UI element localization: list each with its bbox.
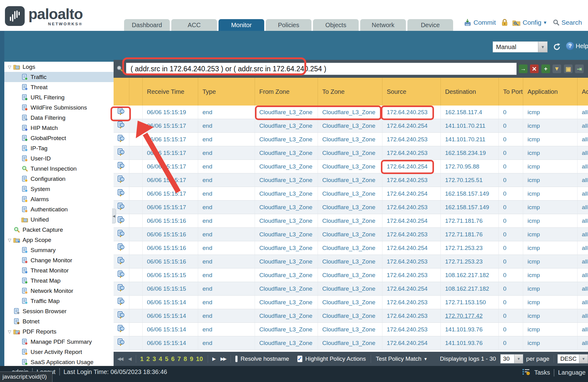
- page-number-5[interactable]: 5: [165, 355, 168, 363]
- sidebar-item-user-activity-report[interactable]: User Activity Report: [4, 347, 114, 357]
- log-detail-icon[interactable]: [117, 325, 125, 334]
- tab-device[interactable]: Device: [407, 19, 453, 31]
- log-detail-icon[interactable]: [117, 230, 125, 239]
- log-detail-icon[interactable]: [117, 175, 125, 185]
- page-number-2[interactable]: 2: [146, 355, 150, 363]
- log-detail-icon[interactable]: [117, 162, 125, 171]
- tab-monitor[interactable]: Monitor: [219, 19, 264, 31]
- page-number-9[interactable]: 9: [190, 355, 193, 363]
- log-detail-icon[interactable]: [117, 135, 125, 144]
- page-number-10[interactable]: 10: [196, 355, 203, 363]
- sidebar-item-packet-capture[interactable]: Packet Capture: [4, 225, 114, 235]
- expander-icon[interactable]: ▽: [6, 329, 13, 334]
- log-detail-icon[interactable]: [117, 243, 125, 253]
- language-button[interactable]: Language: [558, 369, 586, 376]
- clear-filter-icon[interactable]: ✕: [530, 64, 539, 73]
- sidebar-item-app-scope[interactable]: ▽ App Scope: [4, 235, 114, 245]
- first-page-button[interactable]: ◀◀: [117, 356, 123, 362]
- sidebar-item-system[interactable]: System: [4, 184, 114, 194]
- log-detail-icon[interactable]: [117, 216, 125, 226]
- resolve-hostname-checkbox[interactable]: [235, 355, 238, 362]
- page-number-3[interactable]: 3: [152, 355, 156, 363]
- sidebar-item-network-monitor[interactable]: Network Monitor: [4, 286, 114, 296]
- sidebar-item-user-id[interactable]: User-ID: [4, 153, 114, 164]
- sidebar-item-globalprotect[interactable]: GlobalProtect: [4, 133, 114, 143]
- save-filter-icon[interactable]: ▼: [553, 64, 561, 73]
- sort-order-caret-icon[interactable]: ▼: [579, 355, 588, 363]
- column-header-to-zone[interactable]: To Zone: [318, 78, 382, 106]
- log-detail-icon[interactable]: [117, 311, 125, 321]
- per-page-select[interactable]: 30 ▼: [500, 354, 523, 363]
- test-policy-match-button[interactable]: Test Policy Match: [376, 355, 421, 362]
- column-header-action[interactable]: Action: [578, 78, 588, 106]
- log-detail-icon[interactable]: [117, 338, 125, 348]
- next-page-button[interactable]: ▶: [212, 356, 215, 362]
- log-detail-icon[interactable]: [117, 202, 125, 212]
- refresh-interval-select[interactable]: Manual ▼: [493, 41, 548, 52]
- sort-order-select[interactable]: DESC ▼: [557, 354, 588, 363]
- add-filter-icon[interactable]: +: [541, 64, 550, 73]
- tab-acc[interactable]: ACC: [171, 19, 217, 31]
- column-header-type[interactable]: Type: [198, 78, 255, 106]
- log-detail-icon[interactable]: [117, 148, 125, 158]
- column-header-from-zone[interactable]: From Zone: [255, 78, 318, 106]
- sidebar-item-traffic[interactable]: Traffic: [4, 72, 114, 82]
- sidebar-item-threat-monitor[interactable]: Threat Monitor: [4, 265, 114, 276]
- sidebar-item-data-filtering[interactable]: Data Filtering: [4, 113, 114, 123]
- sidebar-item-authentication[interactable]: Authentication: [4, 204, 114, 214]
- page-number-4[interactable]: 4: [159, 355, 162, 363]
- sidebar-item-ip-tag[interactable]: IP-Tag: [4, 143, 114, 153]
- page-number-7[interactable]: 7: [177, 355, 181, 363]
- help-link[interactable]: ? Help: [566, 42, 588, 50]
- refresh-icon[interactable]: [552, 42, 562, 52]
- sidebar-item-configuration[interactable]: Configuration: [4, 174, 114, 184]
- apply-filter-icon[interactable]: →: [519, 64, 528, 73]
- sidebar-item-url-filtering[interactable]: URL Filtering: [4, 92, 114, 102]
- column-header-receive-time[interactable]: Receive Time: [143, 78, 198, 106]
- expander-icon[interactable]: ▽: [6, 64, 13, 69]
- highlight-policy-checkbox[interactable]: ✓: [297, 355, 302, 362]
- config-menu-button[interactable]: Config: [523, 19, 541, 26]
- per-page-caret-icon[interactable]: ▼: [514, 355, 523, 363]
- sidebar-collapse-handle[interactable]: ◀: [112, 209, 116, 223]
- log-detail-icon[interactable]: [117, 189, 125, 198]
- sidebar-item-botnet[interactable]: Botnet: [4, 316, 114, 326]
- refresh-interval-caret-icon[interactable]: ▼: [538, 42, 547, 52]
- log-detail-icon[interactable]: [117, 107, 125, 117]
- column-header-application[interactable]: Application: [523, 78, 578, 106]
- page-number-1[interactable]: 1: [140, 355, 144, 363]
- commit-button[interactable]: Commit: [473, 19, 496, 26]
- sidebar-item-hip-match[interactable]: HIP Match: [4, 123, 114, 133]
- sidebar-item-threat-map[interactable]: Threat Map: [4, 276, 114, 286]
- log-detail-icon[interactable]: [117, 257, 125, 266]
- sidebar-item-traffic-map[interactable]: Traffic Map: [4, 296, 114, 306]
- log-detail-icon[interactable]: [117, 121, 125, 131]
- tab-dashboard[interactable]: Dashboard: [124, 19, 170, 31]
- load-filter-icon[interactable]: ▣: [564, 64, 573, 73]
- search-button[interactable]: Search: [561, 19, 582, 26]
- page-number-8[interactable]: 8: [184, 355, 187, 363]
- tab-objects[interactable]: Objects: [313, 19, 359, 31]
- log-filter-input[interactable]: [126, 63, 517, 75]
- sidebar-item-change-monitor[interactable]: Change Monitor: [4, 255, 114, 265]
- log-detail-icon[interactable]: [117, 284, 125, 293]
- prev-page-button[interactable]: ◀: [128, 356, 131, 362]
- column-header-source[interactable]: Source: [382, 78, 441, 106]
- tasks-button[interactable]: Tasks: [534, 369, 550, 376]
- column-header-destination[interactable]: Destination: [441, 78, 499, 106]
- sidebar-item-session-browser[interactable]: Session Browser: [4, 306, 114, 316]
- sidebar-item-manage-pdf-summary[interactable]: Manage PDF Summary: [4, 337, 114, 347]
- log-detail-icon[interactable]: [117, 270, 125, 280]
- sidebar-item-tunnel-inspection[interactable]: Tunnel Inspection: [4, 164, 114, 174]
- log-detail-icon[interactable]: [117, 297, 125, 307]
- page-number-6[interactable]: 6: [171, 355, 175, 363]
- destination-link[interactable]: 172.70.177.42: [445, 313, 483, 319]
- sidebar-item-wildfire-submissions[interactable]: WildFire Submissions: [4, 102, 114, 113]
- sidebar-item-alarms[interactable]: Alarms: [4, 194, 114, 204]
- sidebar-item-threat[interactable]: Threat: [4, 82, 114, 92]
- export-logs-icon[interactable]: ⇥: [575, 64, 584, 73]
- sidebar-item-saas-application-usage[interactable]: SaaS Application Usage: [4, 357, 114, 366]
- sidebar-item-unified[interactable]: Unified: [4, 214, 114, 225]
- tab-network[interactable]: Network: [360, 19, 406, 31]
- column-header-to-port[interactable]: To Port: [499, 78, 523, 106]
